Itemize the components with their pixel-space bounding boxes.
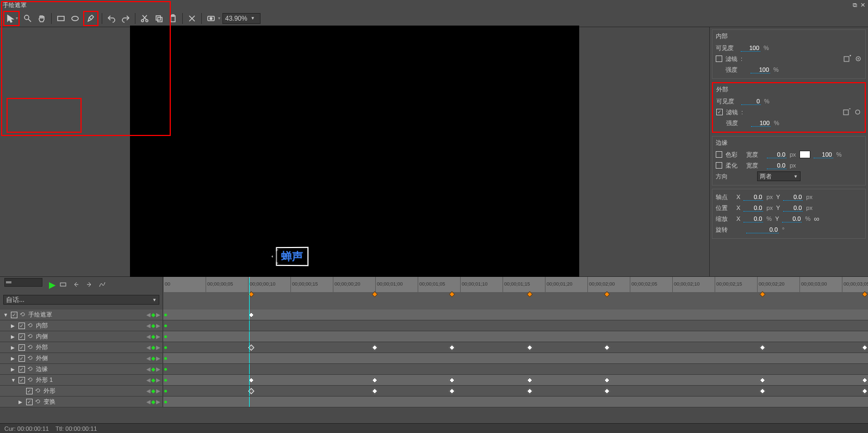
reset-icon[interactable] [27,366,34,373]
hand-tool[interactable] [36,13,48,24]
ellipse-tool[interactable] [69,13,81,24]
next-kf[interactable]: ▶ [156,312,160,318]
pos-x-input[interactable]: 0.0 [743,205,763,212]
marker[interactable] [449,291,455,297]
keyframe[interactable] [526,388,532,394]
keyframe[interactable] [449,388,455,394]
next-kf[interactable]: ▶ [156,333,160,339]
track-enable-checkbox[interactable]: ✓ [18,333,25,340]
inner-intensity-input[interactable]: 100 [751,66,770,73]
marker[interactable] [759,291,765,297]
outer-visibility-input[interactable]: 0 [741,98,761,105]
next-kf[interactable]: ▶ [156,366,160,372]
track-enable-checkbox[interactable]: ✓ [26,399,33,405]
marker[interactable] [861,291,867,297]
track-head[interactable]: ▶✓边缘◀◆▶ [0,364,163,374]
prev-kf[interactable]: ◀ [146,399,151,405]
reset-icon[interactable] [27,344,34,351]
track-head[interactable]: ▶✓内侧◀◆▶ [0,331,163,342]
keyframe[interactable] [759,388,765,394]
zoom-select[interactable]: 43.90% ▼ [222,13,261,24]
mask-shape-label[interactable]: 蝉声 [276,247,308,266]
track-lane[interactable] [163,397,868,407]
edge-width-input[interactable]: 0.0 [767,151,786,158]
timeline-ruler[interactable]: 0000;00;00;0500;00;00;1000;00;00;1500;00… [163,277,868,310]
filter-settings-icon[interactable] [854,108,861,116]
rect-tool[interactable] [55,13,67,24]
track-enable-checkbox[interactable]: ✓ [18,366,25,373]
expand-toggle[interactable]: ▶ [11,367,16,372]
prev-kf[interactable]: ◀ [146,355,151,361]
track-head[interactable]: ▼✓外形 1◀◆▶ [0,375,163,385]
expand-toggle[interactable]: ▶ [11,323,16,329]
track-head[interactable]: ▶✓外部◀◆▶ [0,342,163,352]
pos-y-input[interactable]: 0.0 [783,205,803,212]
marker[interactable] [371,291,377,297]
next-kf[interactable]: ▶ [156,323,160,329]
expand-toggle[interactable]: ▼ [11,378,16,383]
redo-icon[interactable] [120,13,132,24]
display-mode-dropdown[interactable]: ▾ [218,16,220,21]
track-enable-checkbox[interactable]: ✓ [11,312,17,318]
scale-y-input[interactable]: 0.0 [782,215,802,222]
reset-icon[interactable] [27,333,34,341]
track-lane[interactable] [163,342,868,352]
track-lane[interactable] [163,331,868,342]
track-head[interactable]: ▶✓外侧◀◆▶ [0,353,163,363]
keyframe[interactable] [861,344,867,350]
display-mode-icon[interactable] [205,13,217,24]
zoom-tool[interactable] [22,13,34,24]
prev-kf[interactable]: ◀ [146,388,151,394]
expand-toggle[interactable]: ▼ [3,312,9,318]
reset-icon[interactable] [35,387,41,395]
rot-input[interactable]: 0.0 [746,226,779,233]
track-enable-checkbox[interactable]: ✓ [18,344,25,351]
reset-icon[interactable] [27,376,34,384]
add-filter-icon[interactable] [843,108,851,116]
track-lane[interactable] [163,320,868,331]
track-head[interactable]: ▶✓变换◀◆▶ [0,397,163,407]
curve-icon[interactable] [97,279,108,290]
reset-icon[interactable] [35,398,41,406]
detach-icon[interactable]: ⧉ [853,2,857,9]
keyframe[interactable] [449,344,455,350]
expand-toggle[interactable]: ▶ [11,334,16,339]
keyframe[interactable] [604,344,610,350]
reset-icon[interactable] [20,311,26,319]
keyframe[interactable] [604,388,610,394]
next-kf-icon[interactable] [84,279,95,290]
keyframe[interactable] [371,377,377,383]
add-kf[interactable]: ◆ [151,323,156,329]
reset-icon[interactable] [27,322,34,330]
track-lane[interactable] [163,364,868,374]
next-kf[interactable]: ▶ [156,377,160,383]
next-kf[interactable]: ▶ [156,388,160,394]
edge-soft-width-input[interactable]: 0.0 [767,162,786,169]
prev-kf[interactable]: ◀ [146,344,151,350]
expand-toggle[interactable]: ▶ [11,356,16,361]
cut-icon[interactable] [139,13,151,24]
pen-tool[interactable] [85,13,97,24]
close-icon[interactable]: ✕ [860,2,865,9]
keyframe[interactable] [861,388,867,394]
playhead[interactable] [249,277,250,310]
paste-icon[interactable] [167,13,179,24]
edge-opacity-input[interactable]: 100 [814,151,833,158]
add-kf[interactable]: ◆ [151,333,156,339]
keyframe[interactable] [861,377,867,383]
track-lane[interactable] [163,353,868,363]
mini-timeline[interactable] [4,278,42,287]
delete-icon[interactable] [186,13,198,24]
add-kf[interactable]: ◆ [151,377,156,383]
pivot-y-input[interactable]: 0.0 [783,194,803,201]
add-kf[interactable]: ◆ [151,399,156,405]
reset-icon[interactable] [27,355,34,362]
outer-filter-checkbox[interactable]: ✓ [716,109,723,115]
keyframe[interactable] [449,377,455,383]
prev-kf[interactable]: ◀ [146,312,151,318]
play-button[interactable]: ▶ [49,280,55,290]
add-filter-icon[interactable] [844,55,851,63]
prev-kf[interactable]: ◀ [146,366,151,372]
loop-icon[interactable] [58,279,69,290]
next-kf[interactable]: ▶ [156,399,160,405]
